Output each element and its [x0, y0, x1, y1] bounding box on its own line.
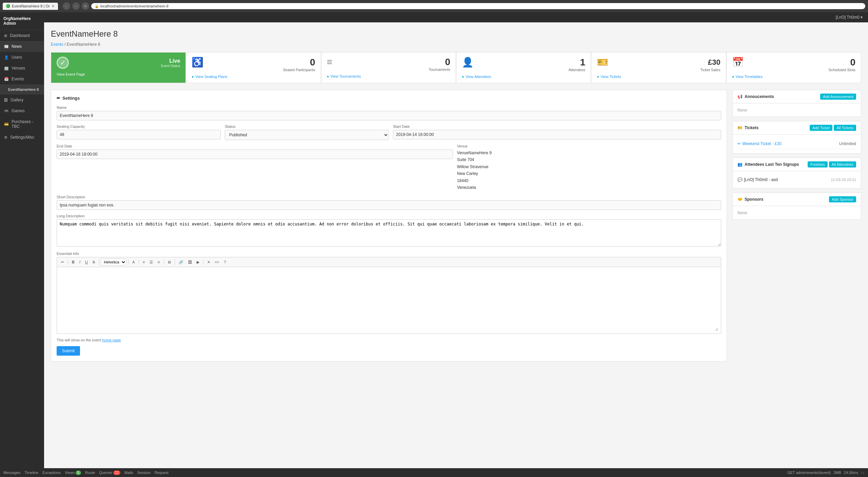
sidebar-item-label: Users — [12, 55, 22, 60]
browser-chrome: EventNameHere 8 | Or ✕ ← → ↻ 🔒 localhost… — [0, 0, 868, 12]
sidebar-item-label: Dashboard — [10, 33, 30, 38]
seated-icon: ♿ — [192, 57, 203, 68]
view-seating-link[interactable]: View Seating Plans — [195, 75, 228, 79]
seating-input[interactable] — [57, 130, 221, 139]
start-date-input[interactable] — [393, 130, 721, 139]
tickets-header: 🎫 Tickets Add Ticket All Tickets — [733, 121, 861, 135]
toolbar-link-btn[interactable]: 🔗 — [177, 259, 185, 265]
tournaments-value: 0 — [445, 57, 450, 67]
gallery-icon: 🖼 — [4, 98, 8, 102]
sponsors-title: 🤝 Sponsors — [737, 197, 763, 202]
attendees-panel-icon: 👥 — [737, 162, 743, 167]
view-timetables-link[interactable]: View Timetables — [735, 75, 763, 79]
long-desc-textarea[interactable] — [57, 219, 721, 246]
toolbar-align-btn[interactable]: ≡ — [156, 259, 162, 265]
toolbar-code-btn[interactable]: <> — [213, 259, 221, 265]
tickets-panel: 🎫 Tickets Add Ticket All Tickets — [732, 121, 861, 154]
stats-row: ✓ Live Event Status View Event Page ♿ — [51, 52, 861, 83]
end-date-input[interactable] — [57, 150, 453, 159]
attendees-icon: 👤 — [462, 57, 474, 68]
sidebar-item-dashboard[interactable]: ⊞ Dashboard — [0, 30, 44, 41]
topbar: [LnO] Th0m0 ▾ — [44, 12, 868, 22]
sidebar-item-settings[interactable]: ⚙ Settings/Misc — [0, 132, 44, 143]
toolbar-underline-btn[interactable]: U — [83, 259, 90, 265]
status-select[interactable]: Published Draft Live Archived — [225, 130, 389, 140]
messages-btn[interactable]: Messages — [3, 471, 20, 475]
add-sponsor-btn[interactable]: Add Sponsor — [829, 196, 856, 202]
announcements-title: 📢 Annoucements — [737, 94, 774, 99]
toolbar-ol-btn[interactable]: ☰ — [147, 259, 155, 265]
ticket-name[interactable]: ✏ Weekend Ticket - £30 — [737, 141, 782, 146]
all-attendees-btn[interactable]: All Attendees — [829, 161, 856, 167]
forward-btn[interactable]: → — [72, 2, 80, 10]
all-tickets-btn[interactable]: All Tickets — [834, 125, 856, 131]
breadcrumb: Events / EventNameHere 8 — [51, 42, 861, 47]
add-announcement-btn[interactable]: Add Annoucement — [820, 94, 856, 100]
timeline-btn[interactable]: Timeline — [24, 471, 38, 475]
enddate-venue-row: End Date Venue VenueNameHere 9 Suite 704… — [57, 144, 721, 191]
venue-country: Venezuela — [457, 184, 721, 191]
tickets-link-icon: ● — [597, 75, 599, 79]
toolbar-image-btn[interactable]: 🖼 — [186, 259, 194, 265]
essential-info-label: Essential Info — [57, 252, 721, 256]
request-btn[interactable]: Request — [155, 471, 169, 475]
freebies-btn[interactable]: Freebies — [808, 161, 828, 167]
tab-title: EventNameHere 8 | Or — [12, 4, 50, 8]
submit-button[interactable]: Submit — [57, 346, 80, 356]
essential-info-editor[interactable] — [57, 267, 721, 334]
sidebar-item-venues[interactable]: 🏢 Venues — [0, 63, 44, 74]
view-tickets-link[interactable]: View Tickets — [600, 75, 621, 79]
toolbar-help-btn[interactable]: ? — [222, 259, 228, 265]
attendees-title: 👥 Attendees Last Ten Signups — [737, 162, 799, 167]
topbar-user[interactable]: [LnO] Th0m0 ▾ — [836, 15, 863, 20]
views-btn[interactable]: Views 5 — [65, 471, 81, 475]
sidebar-sub-label: EventNameHere 8 — [8, 87, 39, 92]
home-page-link[interactable]: home page — [102, 338, 121, 342]
breadcrumb-events-link[interactable]: Events — [51, 42, 63, 47]
toolbar-highlight-btn[interactable]: A — [130, 259, 137, 265]
toolbar-video-btn[interactable]: ▶ — [195, 259, 201, 265]
exceptions-btn[interactable]: Exceptions — [42, 471, 61, 475]
timetables-value: 0 — [850, 57, 855, 68]
queries-btn[interactable]: Queries 22 — [99, 471, 120, 475]
toolbar-strikethrough-btn[interactable]: S — [91, 259, 97, 265]
attendees-body: 💬 [LnO] Th0m0 - asd 11-03-19 23:11 — [733, 171, 861, 188]
sidebar-item-purchases[interactable]: 💳 Purchases - TBC — [0, 116, 44, 132]
toolbar-bold-btn[interactable]: B — [70, 259, 77, 265]
browser-tab[interactable]: EventNameHere 8 | Or ✕ — [3, 3, 58, 10]
toolbar-clear-btn[interactable]: ✕ — [205, 259, 212, 265]
breadcrumb-current: EventNameHere 8 — [67, 42, 100, 47]
toolbar-italic-btn[interactable]: I — [77, 259, 82, 265]
toolbar-ul-btn[interactable]: ≡ — [141, 259, 147, 265]
view-attendees-link[interactable]: View Attendees — [466, 75, 491, 79]
toolbar-font-select[interactable]: Helvetica — [101, 259, 126, 265]
refresh-btn[interactable]: ↻ — [82, 2, 89, 10]
tab-favicon — [6, 4, 10, 8]
tab-close-btn[interactable]: ✕ — [52, 4, 55, 8]
sidebar-item-games[interactable]: 🎮 Games — [0, 105, 44, 116]
session-btn[interactable]: Session — [137, 471, 151, 475]
seated-link-icon: ● — [192, 75, 194, 79]
back-btn[interactable]: ← — [63, 2, 70, 10]
status-group: Status Published Draft Live Archived — [225, 124, 389, 140]
name-input[interactable] — [57, 111, 721, 120]
address-bar[interactable]: 🔒 localhost/admin/events/eventnamehere-8 — [91, 3, 865, 9]
toolbar-table-btn[interactable]: ⊞ — [166, 259, 173, 265]
route-btn[interactable]: Route — [85, 471, 95, 475]
toolbar-format-btn[interactable]: ✏ — [59, 259, 66, 265]
view-tournaments-link[interactable]: View Tournaments — [330, 74, 361, 78]
sidebar-item-gallery[interactable]: 🖼 Gallery — [0, 95, 44, 105]
add-ticket-btn[interactable]: Add Ticket — [810, 125, 832, 131]
sidebar-item-users[interactable]: 👤 Users — [0, 52, 44, 63]
sidebar-item-eventnamehere8[interactable]: EventNameHere 8 — [0, 84, 44, 95]
attendee-item: 💬 [LnO] Th0m0 - asd 11-03-19 23:11 — [737, 175, 856, 184]
short-desc-input[interactable] — [57, 200, 721, 210]
mails-btn[interactable]: Mails — [124, 471, 133, 475]
sidebar-item-events[interactable]: 📅 Events — [0, 74, 44, 84]
settings-pencil-icon: ✏ — [57, 96, 60, 101]
view-event-page-link[interactable]: View Event Page — [57, 72, 180, 76]
sidebar-item-news[interactable]: 📰 News — [0, 41, 44, 52]
attendee-time: 11-03-19 23:11 — [831, 178, 856, 182]
games-icon: 🎮 — [4, 109, 9, 113]
tickets-label: Ticket Sales — [597, 68, 720, 72]
